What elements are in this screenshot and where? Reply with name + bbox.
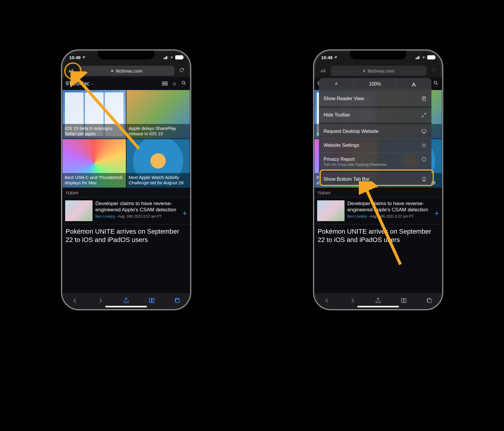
- aA-button[interactable]: ᴀA: [66, 68, 76, 74]
- location-arrow-icon: [82, 56, 85, 59]
- plus-icon[interactable]: +: [182, 209, 187, 218]
- safari-address-bar: ᴀA 9to5mac.com: [66, 65, 187, 76]
- cellular-signal-icon: [416, 56, 420, 59]
- expand-icon: [421, 112, 427, 118]
- battery-icon: [175, 55, 183, 59]
- wifi-icon: [421, 56, 426, 59]
- svg-rect-1: [176, 299, 179, 303]
- story-thumbnail: [317, 200, 345, 221]
- story-sep: -: [115, 214, 118, 218]
- zoom-in-button[interactable]: A: [396, 78, 431, 92]
- request-desktop-item[interactable]: Request Desktop Website: [319, 125, 431, 139]
- url-domain: 9to5mac.com: [367, 68, 394, 73]
- tile[interactable]: Next Apple Watch Activity Challenge set …: [126, 139, 190, 188]
- back-button[interactable]: [71, 297, 79, 305]
- story-row[interactable]: Developer claims to have reverse-enginee…: [314, 197, 442, 224]
- reload-button: [429, 67, 439, 74]
- tile[interactable]: Apple delays SharePlay release in iOS 15: [126, 90, 190, 139]
- plus-icon[interactable]: +: [434, 209, 439, 218]
- desktop-icon: [421, 129, 427, 134]
- section-today: TODAY: [62, 188, 190, 197]
- shield-icon: [421, 157, 427, 162]
- menu-icon[interactable]: [162, 82, 168, 85]
- story-thumbnail: [65, 200, 93, 221]
- tabs-button[interactable]: [174, 297, 181, 305]
- svg-rect-8: [428, 299, 431, 303]
- gear-icon: [421, 143, 427, 148]
- aA-menu-popover: A 100% A Show Reader View Hide Toolbar R…: [319, 78, 431, 186]
- phone-right: 10:49 ᴀA 9to5mac.com 9 ☼: [313, 49, 443, 310]
- svg-point-3: [434, 81, 437, 84]
- featured-grid: iOS 15 beta 6 redesigns Safari yet again…: [62, 90, 190, 188]
- chevron-down-icon: ⌄: [91, 81, 94, 86]
- show-bottom-tab-bar-item[interactable]: Show Bottom Tab Bar: [319, 172, 431, 186]
- webpage-content[interactable]: 9T⊙5Mac ⌄ ☼ iOS 15 beta 6 redesigns Safa…: [62, 77, 190, 293]
- url-field[interactable]: 9to5mac.com: [79, 66, 175, 76]
- show-reader-view-item[interactable]: Show Reader View: [319, 92, 431, 106]
- location-arrow-icon: [334, 56, 337, 59]
- svg-point-6: [423, 145, 425, 146]
- back-button: [323, 297, 331, 305]
- story-date: Aug. 18th 2021 6:22 am PT: [118, 214, 162, 218]
- site-logo[interactable]: 9T⊙5Mac ⌄: [66, 80, 94, 87]
- tile[interactable]: Best USB-C and Thunderbolt displays for …: [62, 139, 126, 188]
- privacy-report-item[interactable]: Privacy Report Turn On Cross-Site Tracki…: [319, 152, 431, 170]
- url-field[interactable]: 9to5mac.com: [331, 66, 427, 76]
- svg-rect-7: [423, 177, 425, 181]
- notch: [98, 51, 154, 59]
- forward-button[interactable]: [97, 297, 104, 305]
- reader-icon: [421, 96, 427, 101]
- bookmarks-button: [400, 297, 407, 305]
- site-header: 9T⊙5Mac ⌄ ☼: [62, 77, 190, 90]
- lock-icon: [111, 69, 114, 73]
- phone-left: 10:49 ᴀA 9to5mac.com 9T⊙5Mac ⌄ ☼: [61, 49, 191, 310]
- phone-bottom-bar-icon: [421, 177, 427, 182]
- forward-button: [349, 297, 356, 305]
- story-date: Aug. 18th 2021 6:22 am PT: [370, 214, 414, 218]
- svg-point-0: [182, 81, 185, 84]
- share-button: [375, 297, 382, 305]
- home-indicator[interactable]: [357, 306, 399, 307]
- home-indicator[interactable]: [105, 306, 147, 307]
- wifi-icon: [169, 56, 174, 59]
- notch: [350, 51, 406, 59]
- lock-icon: [363, 69, 366, 73]
- share-button[interactable]: [123, 297, 130, 305]
- safari-address-bar: ᴀA 9to5mac.com: [318, 65, 439, 76]
- story-author[interactable]: Ben Lovejoy: [348, 214, 367, 218]
- zoom-out-button[interactable]: A: [319, 78, 354, 92]
- story-author[interactable]: Ben Lovejoy: [96, 214, 115, 218]
- url-domain: 9to5mac.com: [115, 68, 142, 73]
- privacy-report-subtitle: Turn On Cross-Site Tracking Prevention: [324, 163, 427, 167]
- reload-button[interactable]: [177, 67, 187, 74]
- tabs-button: [426, 297, 433, 305]
- tile[interactable]: iOS 15 beta 6 redesigns Safari yet again: [62, 90, 126, 139]
- zoom-percent[interactable]: 100%: [354, 78, 396, 92]
- search-icon[interactable]: [433, 80, 439, 87]
- story-title: Developer claims to have reverse-enginee…: [96, 200, 187, 213]
- tile-title: Next Apple Watch Activity Challenge set …: [126, 173, 190, 188]
- section-today: TODAY: [314, 188, 442, 197]
- story-row[interactable]: Developer claims to have reverse-enginee…: [62, 197, 190, 224]
- status-time: 10:49: [321, 55, 333, 60]
- zoom-controls: A 100% A: [319, 78, 431, 92]
- svg-rect-5: [422, 130, 426, 133]
- aA-button[interactable]: ᴀA: [318, 68, 328, 74]
- cellular-signal-icon: [164, 56, 168, 59]
- bookmarks-button[interactable]: [148, 297, 155, 305]
- story-title: Developer claims to have reverse-enginee…: [348, 200, 439, 213]
- search-icon[interactable]: [181, 80, 187, 87]
- sun-icon[interactable]: ☼: [172, 81, 177, 87]
- tile-title: iOS 15 beta 6 redesigns Safari yet again: [62, 124, 126, 139]
- hide-toolbar-item[interactable]: Hide Toolbar: [319, 108, 431, 122]
- battery-icon: [427, 55, 435, 59]
- tile-title: Best USB-C and Thunderbolt displays for …: [62, 173, 126, 188]
- website-settings-item[interactable]: Website Settings: [319, 139, 431, 152]
- tile-title: Apple delays SharePlay release in iOS 15: [126, 124, 190, 139]
- status-time: 10:49: [69, 55, 81, 60]
- story-title-large[interactable]: Pokémon UNITE arrives on September 22 to…: [314, 224, 442, 247]
- story-title-large[interactable]: Pokémon UNITE arrives on September 22 to…: [62, 224, 190, 247]
